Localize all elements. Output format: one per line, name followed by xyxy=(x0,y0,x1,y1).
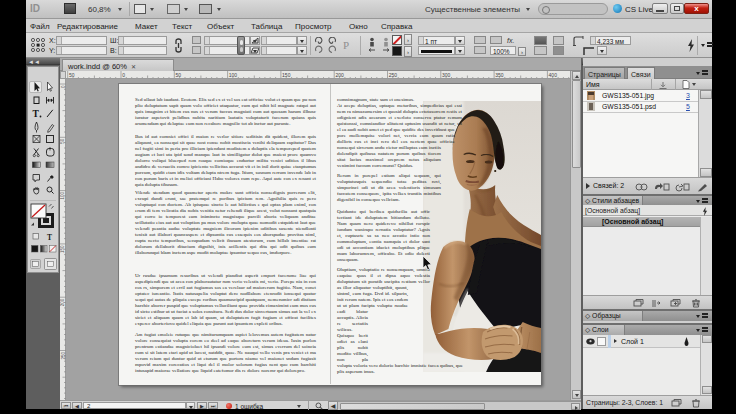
svg-text:150: 150 xyxy=(61,245,66,253)
svg-text:100: 100 xyxy=(229,72,238,78)
svg-text:0: 0 xyxy=(122,72,125,78)
svg-text:200: 200 xyxy=(335,72,344,78)
svg-text:400: 400 xyxy=(549,72,558,78)
svg-text:300: 300 xyxy=(442,72,451,78)
svg-text:T: T xyxy=(33,109,40,119)
svg-text:50: 50 xyxy=(176,72,182,78)
svg-text:150: 150 xyxy=(282,72,291,78)
svg-text:100: 100 xyxy=(61,192,66,200)
svg-text:350: 350 xyxy=(495,72,504,78)
svg-text:0: 0 xyxy=(61,85,66,88)
svg-text:200: 200 xyxy=(61,298,66,306)
svg-text:T: T xyxy=(47,233,52,242)
svg-text:50: 50 xyxy=(69,72,75,78)
svg-text:250: 250 xyxy=(389,72,398,78)
svg-text:50: 50 xyxy=(61,138,66,144)
svg-text:250: 250 xyxy=(61,352,66,360)
